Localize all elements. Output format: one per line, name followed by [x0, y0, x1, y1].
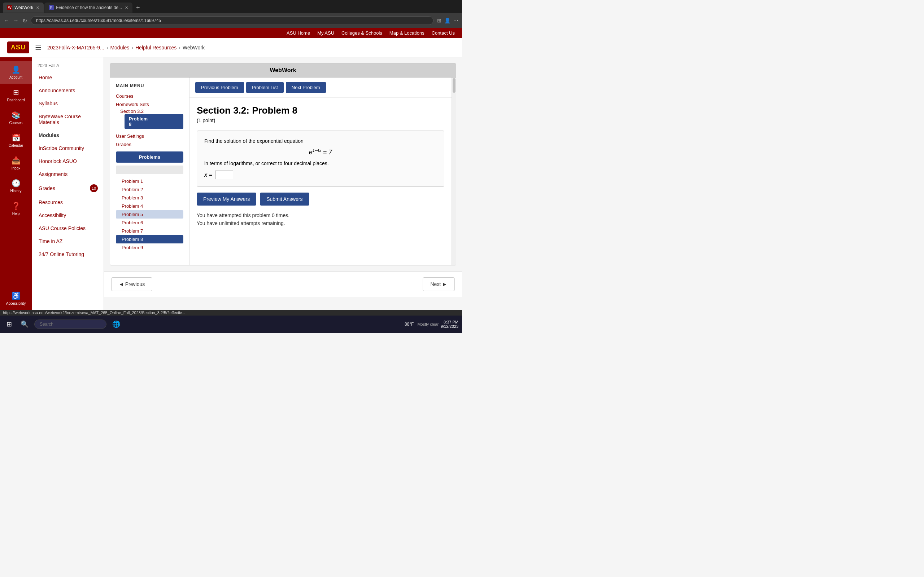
- nav-home[interactable]: Home: [32, 71, 103, 84]
- tab-evidence[interactable]: E Evidence of how the ancients de... ✕: [44, 3, 132, 13]
- new-tab-button[interactable]: +: [133, 4, 143, 11]
- problem-link-7[interactable]: Problem 7: [116, 227, 183, 235]
- nav-my-asu[interactable]: My ASU: [317, 30, 334, 36]
- address-bar: ← → ↻ https://canvas.asu.edu/courses/163…: [0, 13, 462, 28]
- nav-grades[interactable]: Grades 10: [32, 181, 103, 196]
- sidebar-item-account[interactable]: 👤 Account: [0, 61, 32, 84]
- hamburger-menu[interactable]: ☰: [35, 43, 42, 52]
- history-icon: 🕐: [11, 179, 21, 187]
- answer-prefix: x =: [204, 172, 212, 178]
- start-button[interactable]: ⊞: [3, 319, 15, 330]
- back-button[interactable]: ←: [3, 17, 10, 24]
- sidebar-item-accessibility[interactable]: ♿ Accessibility: [0, 287, 32, 310]
- tab-close-evidence[interactable]: ✕: [125, 5, 128, 10]
- dashboard-icon: ⊞: [13, 88, 19, 97]
- problem-list-button[interactable]: Problem List: [246, 82, 284, 93]
- taskbar-search-button[interactable]: 🔍: [18, 319, 31, 330]
- webwork-main-content: Section 3.2: Problem 8 (1 point) Find th…: [189, 98, 452, 265]
- sidebar-item-inbox[interactable]: 📥 Inbox: [0, 152, 32, 174]
- extensions-icon[interactable]: ⊞: [437, 18, 441, 23]
- nav-syllabus[interactable]: Syllabus: [32, 97, 103, 110]
- help-icon: ❓: [11, 201, 21, 210]
- menu-user-settings[interactable]: User Settings: [116, 132, 183, 140]
- problem-link-4[interactable]: Problem 4: [116, 202, 183, 210]
- breadcrumb-course[interactable]: 2023FallA-X-MAT265-9...: [47, 45, 104, 50]
- status-bar: https://webwork.asu.edu/webwork2/Inozemt…: [0, 310, 462, 316]
- nav-inscribe[interactable]: InScribe Community: [32, 142, 103, 155]
- inbox-icon: 📥: [11, 156, 21, 165]
- accessibility-icon: ♿: [11, 292, 21, 300]
- nav-time-az[interactable]: Time in AZ: [32, 235, 103, 248]
- webwork-main-area: Previous Problem Problem List Next Probl…: [189, 77, 452, 265]
- profile-icon[interactable]: 👤: [444, 18, 451, 23]
- taskbar-search-input[interactable]: [34, 319, 107, 329]
- nav-tutoring[interactable]: 24/7 Online Tutoring: [32, 248, 103, 261]
- nav-assignments[interactable]: Assignments: [32, 168, 103, 181]
- taskbar: ⊞ 🔍 🌐 88°F Mostly clear 8:37 PM 9/12/202…: [0, 316, 462, 333]
- attempt-line-2: You have unlimited attempts remaining.: [197, 219, 444, 227]
- previous-button[interactable]: ◄ Previous: [111, 277, 152, 291]
- menu-icon[interactable]: ⋯: [453, 18, 459, 23]
- tab-webwork[interactable]: W WebWork ✕: [3, 3, 44, 13]
- weather-desc: Mostly clear: [417, 322, 439, 326]
- tab-close-webwork[interactable]: ✕: [36, 5, 39, 10]
- breadcrumb: 2023FallA-X-MAT265-9... › Modules › Help…: [47, 45, 205, 50]
- sidebar-item-dashboard[interactable]: ⊞ Dashboard: [0, 84, 32, 106]
- attempt-line-1: You have attempted this problem 0 times.: [197, 211, 444, 219]
- problems-button[interactable]: Problems: [116, 152, 183, 163]
- breadcrumb-helpful-resources[interactable]: Helpful Resources: [135, 45, 176, 50]
- problem-link-8[interactable]: Problem 8: [116, 235, 183, 243]
- url-input[interactable]: https://canvas.asu.edu/courses/163591/mo…: [31, 16, 433, 25]
- problem-link-1[interactable]: Problem 1: [116, 177, 183, 185]
- nav-asu-policies[interactable]: ASU Course Policies: [32, 222, 103, 235]
- problem-link-6[interactable]: Problem 6: [116, 219, 183, 227]
- problem-nav-buttons: Previous Problem Problem List Next Probl…: [189, 77, 452, 98]
- nav-announcements[interactable]: Announcements: [32, 84, 103, 97]
- equation: e1−4x = 7: [204, 148, 437, 156]
- current-problem-indicator: Problem8: [124, 114, 183, 129]
- dashboard-label: Dashboard: [7, 98, 25, 102]
- sidebar-item-calendar[interactable]: 📅 Calendar: [0, 129, 32, 152]
- breadcrumb-sep-2: ›: [131, 45, 133, 50]
- nav-accessibility[interactable]: Accessibility: [32, 209, 103, 222]
- reload-button[interactable]: ↻: [23, 17, 27, 24]
- menu-section-3-2[interactable]: Section 3.2: [120, 107, 144, 115]
- sidebar-item-courses[interactable]: 📚 Courses: [0, 106, 32, 129]
- taskbar-browser-icon[interactable]: 🌐: [109, 319, 123, 330]
- menu-courses[interactable]: Courses: [116, 92, 183, 100]
- nav-modules[interactable]: Modules: [32, 129, 103, 142]
- nav-contact-us[interactable]: Contact Us: [432, 30, 455, 36]
- nav-honorlock[interactable]: Honorlock ASUO: [32, 155, 103, 168]
- tab-icon-webwork: W: [7, 5, 12, 10]
- sidebar-item-help[interactable]: ❓ Help: [0, 197, 32, 220]
- tab-icon-evidence: E: [49, 5, 54, 10]
- problem-search-box[interactable]: [116, 166, 183, 174]
- answer-input[interactable]: [215, 171, 233, 179]
- problem-link-9[interactable]: Problem 9: [116, 243, 183, 252]
- clock-date: 9/12/2023: [441, 324, 459, 329]
- action-buttons: Preview My Answers Submit Answers: [197, 193, 444, 206]
- breadcrumb-current: WebWork: [183, 45, 205, 50]
- bottom-navigation: ◄ Previous Next ►: [104, 271, 462, 297]
- problem-link-5[interactable]: Problem 5: [116, 210, 183, 219]
- submit-answers-button[interactable]: Submit Answers: [260, 193, 309, 206]
- sidebar-item-history[interactable]: 🕐 History: [0, 174, 32, 197]
- webwork-scrollbar[interactable]: [452, 77, 456, 265]
- previous-problem-button[interactable]: Previous Problem: [195, 82, 244, 93]
- problem-box: Find the solution of the exponential equ…: [197, 131, 444, 187]
- menu-grades[interactable]: Grades: [116, 140, 183, 148]
- nav-map-locations[interactable]: Map & Locations: [389, 30, 425, 36]
- forward-button[interactable]: →: [13, 17, 19, 24]
- next-button[interactable]: Next ►: [423, 277, 455, 291]
- nav-asu-home[interactable]: ASU Home: [287, 30, 310, 36]
- nav-resources[interactable]: Resources: [32, 196, 103, 209]
- preview-answers-button[interactable]: Preview My Answers: [197, 193, 256, 206]
- next-problem-button[interactable]: Next Problem: [286, 82, 326, 93]
- problem-link-3[interactable]: Problem 3: [116, 193, 183, 202]
- nav-colleges-schools[interactable]: Colleges & Schools: [341, 30, 382, 36]
- webwork-container: WebWork MAIN MENU Courses Homework Sets …: [110, 63, 456, 266]
- problem-description: Find the solution of the exponential equ…: [204, 138, 437, 144]
- problem-link-2[interactable]: Problem 2: [116, 185, 183, 193]
- breadcrumb-modules[interactable]: Modules: [110, 45, 129, 50]
- nav-brytewave[interactable]: BryteWave Course Materials: [32, 110, 103, 129]
